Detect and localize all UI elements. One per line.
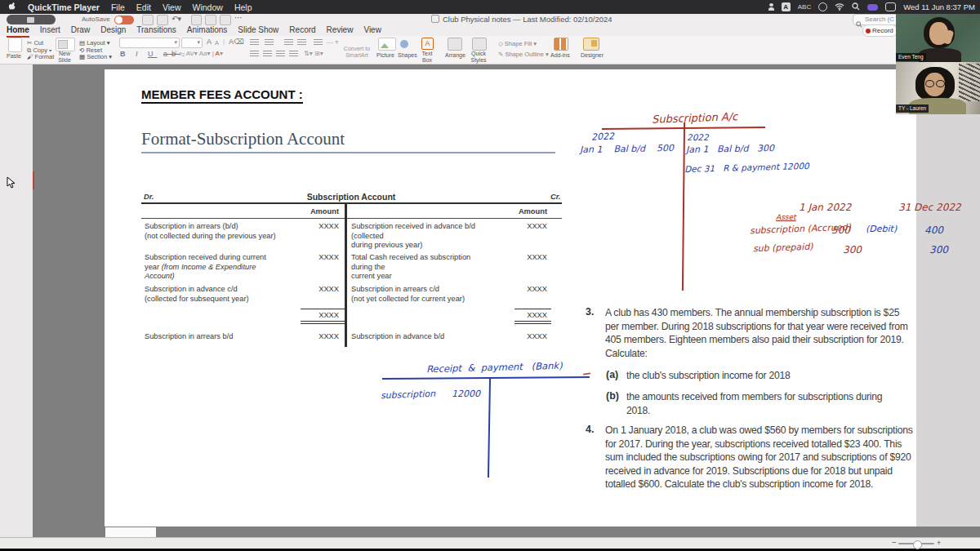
tab-view[interactable]: View bbox=[363, 25, 381, 38]
tab-draw[interactable]: Draw bbox=[71, 25, 90, 38]
spotlight-search-icon[interactable] bbox=[852, 2, 860, 12]
arrange-icon[interactable] bbox=[448, 38, 462, 51]
picture-button[interactable]: Picture bbox=[376, 52, 394, 59]
zoom-slider-knob[interactable] bbox=[913, 540, 922, 549]
font-name-select[interactable]: ▾ bbox=[119, 38, 180, 48]
undo-icon[interactable]: ↶▾ bbox=[172, 15, 181, 23]
decrease-indent-icon[interactable] bbox=[284, 39, 293, 46]
menu-help[interactable]: Help bbox=[234, 2, 252, 12]
paste-button[interactable]: Paste bbox=[7, 53, 21, 60]
quick-styles-icon[interactable] bbox=[472, 38, 487, 51]
zoom-in-icon[interactable]: + bbox=[937, 539, 941, 547]
tab-insert[interactable]: Insert bbox=[40, 25, 60, 38]
align-center-icon[interactable] bbox=[263, 51, 272, 57]
webcam-tile-2[interactable]: TY - Lauren bbox=[896, 62, 980, 114]
text-box-button[interactable]: Text Box bbox=[418, 51, 436, 64]
record-status-icon[interactable] bbox=[818, 2, 827, 11]
meeting-indicator-icon[interactable] bbox=[867, 4, 878, 11]
menubar-clock[interactable]: Wed 11 Jun 8:37 PM bbox=[903, 2, 975, 11]
print-icon[interactable] bbox=[205, 15, 216, 25]
share-icon[interactable] bbox=[220, 15, 231, 25]
align-right-icon[interactable] bbox=[276, 51, 285, 57]
menu-view[interactable]: View bbox=[163, 2, 181, 12]
font-size-select[interactable]: ▾ bbox=[181, 38, 203, 48]
abc-indicator[interactable]: ABC bbox=[798, 3, 811, 11]
arrange-button[interactable]: Arrange bbox=[445, 52, 466, 59]
webcam-tile-1[interactable]: Even Teng bbox=[896, 14, 980, 62]
save-icon[interactable] bbox=[157, 15, 168, 25]
redo-icon[interactable] bbox=[191, 15, 202, 25]
text-box-icon[interactable]: A bbox=[421, 38, 434, 50]
total-rule bbox=[301, 323, 345, 324]
apple-icon[interactable] bbox=[8, 2, 16, 12]
tab-animations[interactable]: Animations bbox=[187, 25, 227, 38]
window-controls-pill[interactable] bbox=[7, 15, 56, 24]
menu-window[interactable]: Window bbox=[193, 2, 223, 12]
zoom-out-icon[interactable]: − bbox=[892, 538, 897, 547]
paste-icon[interactable] bbox=[8, 38, 22, 52]
shape-fill-button[interactable]: ◇ Shape Fill ▾ bbox=[498, 40, 537, 47]
add-ins-icon[interactable] bbox=[554, 38, 568, 51]
format-painter-button[interactable]: 🖌︎ Format bbox=[27, 53, 54, 60]
control-center-icon[interactable] bbox=[885, 2, 896, 11]
clear-format-icon[interactable]: A⌫ bbox=[229, 38, 244, 46]
webcam-overlay[interactable]: Even Teng TY - Lauren bbox=[896, 14, 980, 114]
more-icon[interactable]: ⋯ bbox=[234, 13, 243, 22]
text-direction-icon[interactable]: — ▾ bbox=[327, 38, 338, 46]
designer-button[interactable]: Designer bbox=[581, 52, 604, 59]
decrease-font-icon[interactable]: A bbox=[215, 39, 219, 47]
increase-indent-icon[interactable] bbox=[297, 39, 306, 46]
picture-icon[interactable] bbox=[378, 38, 396, 51]
shape-outline-button[interactable]: ✎ Shape Outline ▾ bbox=[498, 51, 549, 58]
home-icon[interactable] bbox=[142, 15, 154, 25]
menu-edit[interactable]: Edit bbox=[136, 2, 151, 12]
input-source-icon[interactable]: A bbox=[782, 2, 791, 11]
designer-icon[interactable] bbox=[583, 38, 599, 51]
question-3a-text: the club's subscription income for 2018 bbox=[626, 369, 912, 383]
justify-icon[interactable] bbox=[289, 51, 298, 57]
section-button[interactable]: ▦ Section ▾ bbox=[79, 53, 112, 60]
shapes-icon[interactable] bbox=[400, 37, 408, 51]
tab-home[interactable]: Home bbox=[7, 25, 29, 38]
line-spacing-icon[interactable] bbox=[314, 39, 323, 46]
tab-record[interactable]: Record bbox=[289, 25, 315, 38]
shapes-button[interactable]: Shapes bbox=[398, 52, 417, 59]
table-cell-amount: XXXX bbox=[290, 253, 339, 261]
total-rule bbox=[514, 309, 551, 309]
table-cell-amount: XXXX bbox=[498, 222, 547, 230]
hand-t2-entry: subscription bbox=[381, 389, 436, 401]
increase-font-icon[interactable]: A bbox=[207, 38, 212, 46]
amount-header-right: Amount bbox=[498, 207, 547, 216]
numbering-icon[interactable] bbox=[265, 39, 274, 46]
text-effects-buttons[interactable]: x² x₂ AV▾ Aa▾ | A▾ bbox=[172, 50, 223, 57]
new-slide-icon[interactable] bbox=[56, 38, 75, 51]
table-cell-amount: XXXX bbox=[498, 253, 547, 261]
user-icon[interactable] bbox=[768, 3, 774, 11]
tab-slide-show[interactable]: Slide Show bbox=[238, 25, 278, 38]
align-left-icon[interactable] bbox=[250, 51, 259, 57]
menu-app-name[interactable]: QuickTime Player bbox=[28, 2, 100, 12]
tab-design[interactable]: Design bbox=[100, 25, 126, 38]
total-rule bbox=[301, 309, 345, 309]
doc-title[interactable]: Club Physical notes — Last Modified: 02/… bbox=[443, 15, 612, 24]
tab-review[interactable]: Review bbox=[327, 25, 354, 38]
table-dr-label: Dr. bbox=[144, 193, 154, 202]
bullets-icon[interactable] bbox=[250, 39, 259, 46]
hand-col2-header: 31 Dec 2022 bbox=[898, 202, 961, 213]
columns-icon[interactable]: ⇅▾ ⊞▾ bbox=[304, 50, 323, 57]
search-icon bbox=[856, 16, 862, 31]
slide-subheading: Format-Subscription Account bbox=[141, 129, 345, 149]
quick-styles-button[interactable]: Quick Styles bbox=[467, 51, 490, 64]
wifi-icon[interactable] bbox=[835, 2, 844, 12]
record-button[interactable]: Record bbox=[862, 24, 898, 37]
partial-slide-fragment bbox=[105, 527, 156, 537]
participant-name-2: TY - Lauren bbox=[896, 104, 929, 113]
autosave-toggle[interactable] bbox=[114, 16, 134, 24]
table-row: Subscription in advance b/d bbox=[351, 332, 492, 342]
tab-transitions[interactable]: Transitions bbox=[136, 25, 176, 38]
menu-file[interactable]: File bbox=[111, 2, 125, 12]
add-ins-button[interactable]: Add-ins bbox=[550, 52, 570, 59]
convert-smartart-button[interactable]: Convert to SmartArt bbox=[343, 46, 371, 59]
table-row: Subscription received in advance b/d (co… bbox=[351, 222, 492, 251]
new-slide-button[interactable]: New Slide bbox=[52, 51, 77, 64]
